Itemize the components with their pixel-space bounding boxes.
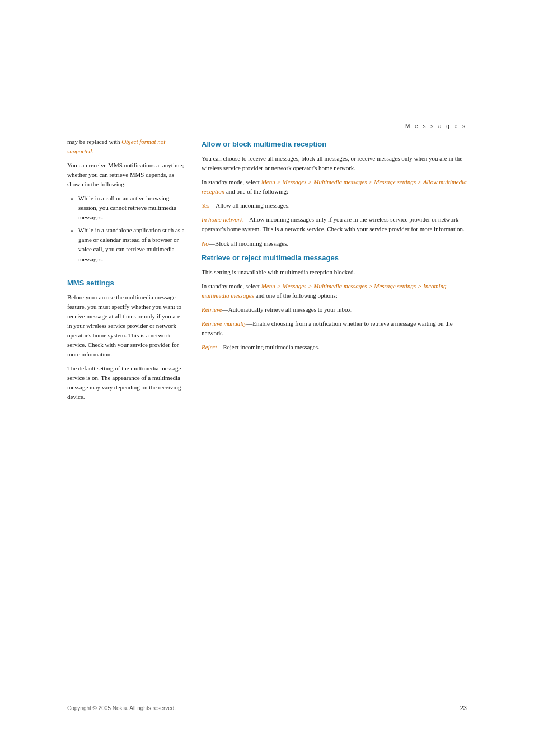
no-option: No—Block all incoming messages. bbox=[202, 239, 467, 248]
reject-label: Reject bbox=[202, 344, 217, 350]
left-column: may be replaced with Object format not s… bbox=[67, 137, 185, 406]
retrieve-option: Retrieve—Automatically retrieve all mess… bbox=[202, 305, 467, 314]
intro-paragraph: may be replaced with Object format not s… bbox=[67, 137, 185, 156]
bullet-list: While in a call or an active browsing se… bbox=[74, 194, 185, 264]
page: M e s s a g e s may be replaced with Obj… bbox=[0, 0, 534, 756]
no-label: No bbox=[202, 240, 209, 247]
right-column: Allow or block multimedia reception You … bbox=[202, 137, 467, 406]
retrieve-manually-option: Retrieve manually—Enable choosing from a… bbox=[202, 319, 467, 338]
retrieve-label: Retrieve bbox=[202, 306, 222, 313]
footer-copyright: Copyright © 2005 Nokia. All rights reser… bbox=[67, 705, 176, 711]
header-title-text: M e s s a g e s bbox=[405, 123, 467, 129]
page-header-title: M e s s a g e s bbox=[405, 123, 467, 129]
allow-block-para2-end: and one of the following: bbox=[224, 188, 288, 195]
retrieve-reject-para1: This setting is unavailable with multime… bbox=[202, 267, 467, 277]
no-text: —Block all incoming messages. bbox=[209, 240, 288, 247]
reject-text: —Reject incoming multimedia messages. bbox=[217, 344, 319, 350]
retrieve-text: —Automatically retrieve all messages to … bbox=[222, 306, 353, 313]
allow-block-para2-start: In standby mode, select bbox=[202, 179, 261, 185]
in-home-network-option: In home network—Allow incoming messages … bbox=[202, 215, 467, 234]
in-home-network-label: In home network bbox=[202, 216, 243, 223]
footer-page-number: 23 bbox=[460, 705, 467, 711]
section-divider bbox=[67, 271, 185, 271]
mms-notifications-text: You can receive MMS notifications at any… bbox=[67, 161, 185, 189]
page-footer: Copyright © 2005 Nokia. All rights reser… bbox=[67, 701, 467, 711]
bullet-item-1: While in a call or an active browsing se… bbox=[78, 194, 185, 222]
bullet-item-2: While in a standalone application such a… bbox=[78, 226, 185, 264]
mms-para1: Before you can use the multimedia messag… bbox=[67, 293, 185, 359]
retrieve-reject-heading: Retrieve or reject multimedia messages bbox=[202, 253, 467, 263]
mms-para2: The default setting of the multimedia me… bbox=[67, 364, 185, 402]
content-area: may be replaced with Object format not s… bbox=[67, 137, 467, 406]
retrieve-manually-label: Retrieve manually bbox=[202, 320, 246, 327]
yes-option: Yes—Allow all incoming messages. bbox=[202, 201, 467, 210]
allow-block-heading: Allow or block multimedia reception bbox=[202, 139, 467, 149]
retrieve-reject-para2-start: In standby mode, select bbox=[202, 283, 261, 289]
retrieve-reject-para2: In standby mode, select Menu > Messages … bbox=[202, 281, 467, 300]
yes-label: Yes bbox=[202, 202, 209, 209]
allow-block-para2: In standby mode, select Menu > Messages … bbox=[202, 177, 467, 196]
retrieve-reject-para2-end: and one of the following options: bbox=[254, 292, 338, 299]
yes-text: —Allow all incoming messages. bbox=[209, 202, 290, 209]
intro-text: may be replaced with bbox=[67, 138, 121, 145]
allow-block-para1: You can choose to receive all messages, … bbox=[202, 154, 467, 173]
reject-option: Reject—Reject incoming multimedia messag… bbox=[202, 342, 467, 352]
mms-settings-heading: MMS settings bbox=[67, 278, 185, 288]
